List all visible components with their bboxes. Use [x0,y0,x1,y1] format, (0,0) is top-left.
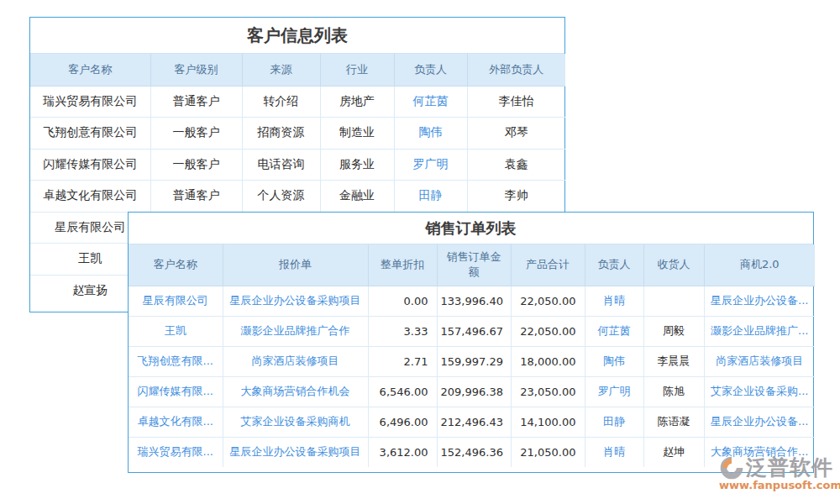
table-cell: 个人资源 [242,181,320,213]
table-cell: 瑞兴贸易有限公司 [30,86,150,118]
link-cell[interactable]: 灏影企业品牌推广合作 [223,316,368,346]
table-cell: 服务业 [320,149,394,181]
table-cell: 21,050.00 [511,437,585,467]
table-cell: 一般客户 [150,149,242,181]
table-cell: 152,496.36 [437,437,511,467]
table-cell: 转介绍 [242,86,320,118]
table-cell: 卓越文化有限公司 [30,181,150,213]
link-cell[interactable]: 尚家酒店装修项目 [704,346,815,376]
column-header: 收货人 [643,244,704,286]
customer-table-title: 客户信息列表 [30,18,564,54]
fanpu-url-text: www.fanpusoft.com [719,479,840,491]
column-header: 来源 [242,54,320,86]
link-cell[interactable]: 肖晴 [585,286,643,316]
table-cell [643,286,704,316]
sales-order-table-panel: 销售订单列表 客户名称报价单整单折扣销售订单金额产品合计负责人收货人商机2.0星… [128,212,814,473]
table-cell: 22,050.00 [511,286,585,316]
link-cell[interactable]: 星辰企业办公设备采购项目 [223,286,368,316]
link-cell[interactable]: 何芷茵 [585,316,643,346]
header-row: 客户名称客户级别来源行业负责人外部负责人 [30,54,565,86]
link-cell[interactable]: 肖晴 [585,437,643,467]
table-row: 闪耀传媒有限公司一般客户电话咨询服务业罗广明袁鑫 [30,149,565,181]
table-cell: 3,612.00 [368,437,437,467]
column-header: 整单折扣 [368,244,437,286]
link-cell[interactable]: 星辰企业办公设备... [704,286,815,316]
sales-order-table: 客户名称报价单整单折扣销售订单金额产品合计负责人收货人商机2.0星辰有限公司星辰… [129,244,815,467]
header-row: 客户名称报价单整单折扣销售订单金额产品合计负责人收货人商机2.0 [129,244,815,286]
link-cell[interactable]: 罗广明 [394,149,467,181]
table-row: 闪耀传媒有限...大象商场营销合作机会6,546.00209,996.3823,… [129,376,815,407]
table-cell: 电话咨询 [242,149,320,181]
link-cell[interactable]: 灏影企业品牌推广... [704,316,815,346]
fanpu-watermark: 泛普软件 www.fanpusoft.com [719,455,840,491]
table-cell: 普通客户 [150,181,242,213]
link-cell[interactable]: 陶伟 [394,118,467,150]
table-row: 瑞兴贸易有限公司普通客户转介绍房地产何芷茵李佳怡 [30,86,565,118]
table-cell: 袁鑫 [467,149,565,181]
link-cell[interactable]: 罗广明 [585,376,643,407]
table-cell: 6,496.00 [368,407,437,437]
link-cell[interactable]: 何芷茵 [394,86,467,118]
table-cell: 157,496.67 [437,316,511,346]
column-header: 销售订单金额 [437,244,511,286]
table-cell: 制造业 [320,118,394,150]
table-cell: 212,496.43 [437,407,511,437]
table-cell: 2.71 [368,346,437,376]
table-cell: 闪耀传媒有限公司 [30,149,150,181]
table-cell: 133,996.40 [437,286,511,316]
table-cell: 周毅 [643,316,704,346]
column-header: 客户名称 [129,244,223,286]
table-cell: 0.00 [368,286,437,316]
table-cell: 14,100.00 [511,407,585,437]
column-header: 行业 [320,54,394,86]
table-row: 卓越文化有限公司普通客户个人资源金融业田静李帅 [30,181,565,213]
table-cell: 飞翔创意有限公司 [30,118,150,150]
table-cell: 金融业 [320,181,394,213]
table-cell: 邓琴 [467,118,565,150]
link-cell[interactable]: 艾家企业设备采购... [704,376,815,407]
column-header: 外部负责人 [467,54,565,86]
link-cell[interactable]: 田静 [585,407,643,437]
link-cell[interactable]: 卓越文化有限... [129,407,223,437]
link-cell[interactable]: 尚家酒店装修项目 [223,346,368,376]
table-cell: 23,050.00 [511,376,585,407]
link-cell[interactable]: 飞翔创意有限... [129,346,223,376]
table-cell: 李帅 [467,181,565,213]
link-cell[interactable]: 星辰有限公司 [129,286,223,316]
table-cell: 209,996.38 [437,376,511,407]
column-header: 负责人 [394,54,467,86]
link-cell[interactable]: 陶伟 [585,346,643,376]
link-cell[interactable]: 田静 [394,181,467,213]
table-cell: 陈语凝 [643,407,704,437]
table-cell: 18,000.00 [511,346,585,376]
link-cell[interactable]: 瑞兴贸易有限... [129,437,223,467]
fanpu-brand-text: 泛普软件 [746,455,833,480]
column-header: 客户名称 [30,54,150,86]
column-header: 客户级别 [150,54,242,86]
column-header: 负责人 [585,244,643,286]
link-cell[interactable]: 艾家企业设备采购商机 [223,407,368,437]
link-cell[interactable]: 大象商场营销合作机会 [223,376,368,407]
table-cell: 房地产 [320,86,394,118]
table-cell: 李晨晨 [643,346,704,376]
column-header: 产品合计 [511,244,585,286]
link-cell[interactable]: 星辰企业办公设备... [704,407,815,437]
table-cell: 6,546.00 [368,376,437,407]
table-cell: 159,997.29 [437,346,511,376]
table-cell: 普通客户 [150,86,242,118]
table-row: 王凯灏影企业品牌推广合作3.33157,496.6722,050.00何芷茵周毅… [129,316,815,346]
table-cell: 赵坤 [643,437,704,467]
table-cell: 一般客户 [150,118,242,150]
table-row: 卓越文化有限...艾家企业设备采购商机6,496.00212,496.4314,… [129,407,815,437]
column-header: 商机2.0 [704,244,815,286]
link-cell[interactable]: 星辰企业办公设备采购项目 [223,437,368,467]
order-table-title: 销售订单列表 [129,213,813,244]
link-cell[interactable]: 闪耀传媒有限... [129,376,223,407]
table-row: 飞翔创意有限公司一般客户招商资源制造业陶伟邓琴 [30,118,565,150]
table-row: 瑞兴贸易有限...星辰企业办公设备采购项目3,612.00152,496.362… [129,437,815,467]
table-cell: 招商资源 [242,118,320,150]
table-cell: 22,050.00 [511,316,585,346]
link-cell[interactable]: 王凯 [129,316,223,346]
table-row: 飞翔创意有限...尚家酒店装修项目2.71159,997.2918,000.00… [129,346,815,376]
table-row: 星辰有限公司星辰企业办公设备采购项目0.00133,996.4022,050.0… [129,286,815,316]
